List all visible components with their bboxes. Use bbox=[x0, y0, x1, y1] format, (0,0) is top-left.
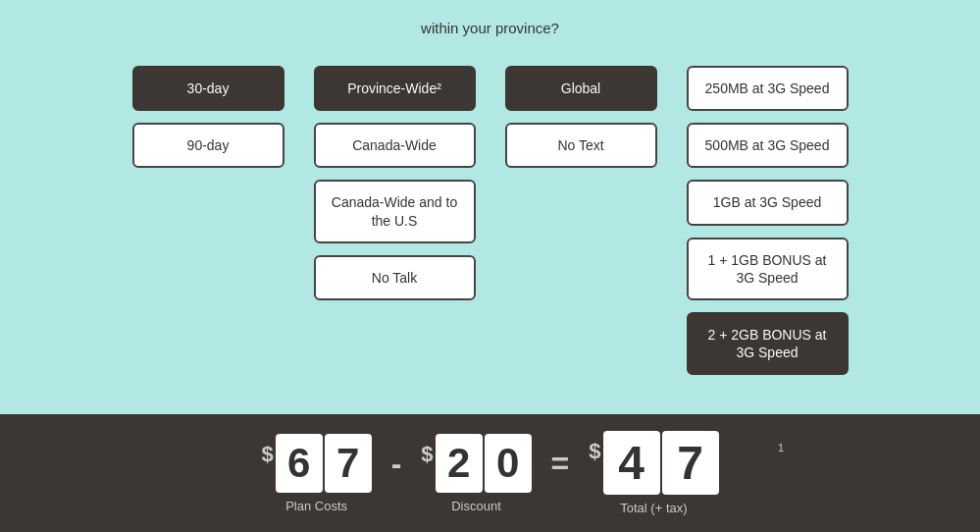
data-column: 250MB at 3G Speed 500MB at 3G Speed 1GB … bbox=[687, 66, 849, 375]
discount-label: Discount bbox=[451, 499, 501, 513]
plan-costs-label: Plan Costs bbox=[285, 499, 347, 513]
btn-no-talk[interactable]: No Talk bbox=[314, 255, 476, 300]
minus-operator: - bbox=[391, 446, 402, 482]
total-label: Total (+ tax) bbox=[620, 501, 687, 515]
talk-column: Province-Wide² Canada-Wide Canada-Wide a… bbox=[314, 66, 476, 375]
btn-250mb[interactable]: 250MB at 3G Speed bbox=[687, 66, 849, 111]
total-dollar: $ bbox=[589, 439, 600, 464]
top-question: within your province? bbox=[421, 20, 559, 36]
plan-digit-2: 7 bbox=[325, 434, 372, 493]
total-group: $ 4 7 Total (+ tax) bbox=[589, 431, 718, 515]
btn-province-wide[interactable]: Province-Wide² bbox=[314, 66, 476, 111]
plan-dollar: $ bbox=[261, 442, 273, 467]
total-digits: $ 4 7 bbox=[589, 431, 718, 495]
bottom-bar: $ 6 7 Plan Costs - $ 2 0 Discount = $ 4 … bbox=[0, 414, 980, 532]
discount-dollar: $ bbox=[421, 442, 433, 467]
discount-group: $ 2 0 Discount bbox=[421, 434, 531, 513]
btn-no-text[interactable]: No Text bbox=[505, 123, 657, 168]
duration-column: 30-day 90-day bbox=[132, 66, 284, 375]
equals-operator: = bbox=[551, 446, 570, 482]
btn-1gb[interactable]: 1GB at 3G Speed bbox=[687, 180, 849, 225]
btn-1plus1gb[interactable]: 1 + 1GB BONUS at 3G Speed bbox=[687, 238, 849, 300]
columns-container: 30-day 90-day Province-Wide² Canada-Wide… bbox=[59, 66, 921, 375]
btn-30day[interactable]: 30-day bbox=[132, 66, 284, 111]
discount-digit-1: 2 bbox=[436, 434, 483, 493]
btn-canada-us[interactable]: Canada-Wide and to the U.S bbox=[314, 180, 476, 242]
superscript-note: 1 bbox=[778, 442, 784, 453]
btn-2plus2gb[interactable]: 2 + 2GB BONUS at 3G Speed bbox=[687, 312, 849, 375]
btn-global[interactable]: Global bbox=[505, 66, 657, 111]
btn-90day[interactable]: 90-day bbox=[132, 123, 284, 168]
btn-500mb[interactable]: 500MB at 3G Speed bbox=[687, 123, 849, 168]
main-area: within your province? 30-day 90-day Prov… bbox=[0, 0, 980, 414]
question-text: within your province? bbox=[421, 20, 559, 36]
discount-digit-2: 0 bbox=[485, 434, 532, 493]
total-digit-1: 4 bbox=[603, 431, 660, 495]
plan-digit-1: 6 bbox=[276, 434, 323, 493]
plan-costs-group: $ 6 7 Plan Costs bbox=[261, 434, 371, 513]
plan-costs-digits: $ 6 7 bbox=[261, 434, 371, 493]
total-digit-2: 7 bbox=[662, 431, 719, 495]
text-column: Global No Text bbox=[505, 66, 657, 375]
discount-digits: $ 2 0 bbox=[421, 434, 531, 493]
btn-canada-wide[interactable]: Canada-Wide bbox=[314, 123, 476, 168]
